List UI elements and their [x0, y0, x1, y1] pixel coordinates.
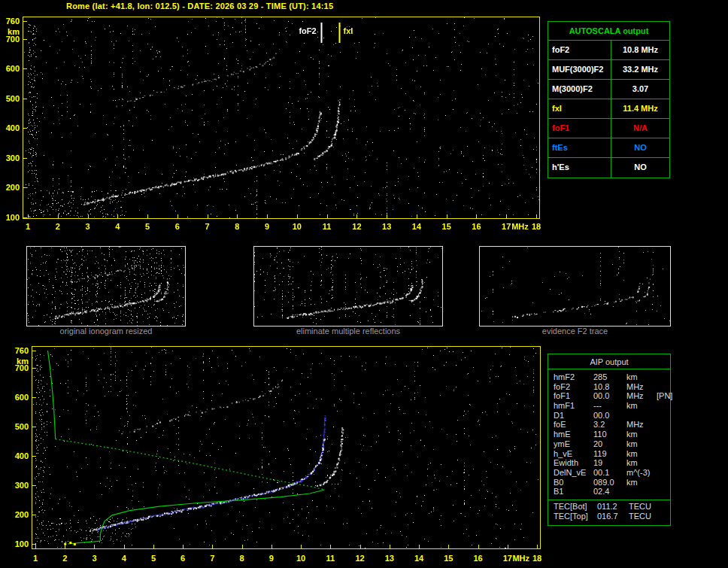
autoscala-window: Rome (lat: +41.8, lon: 012.5) - DATE: 20…	[0, 0, 728, 568]
aip-param-value: 089.0	[593, 478, 626, 488]
aip-param-value: 285	[593, 372, 626, 382]
aip-row: hmF2285km	[554, 372, 669, 382]
x-tick-label: 9	[263, 554, 280, 563]
aip-panel: AIP output hmF2285kmfoF210.8MHzfoF100.0M…	[548, 354, 671, 526]
aip-param-extra	[657, 401, 669, 411]
autoscala-row: foF2 10.8 MHz	[548, 41, 669, 60]
y-tick-label: 100	[0, 213, 20, 222]
aip-row: hmE110km	[554, 430, 669, 439]
station-date-title: Rome (lat: +41.8, lon: 012.5) - DATE: 20…	[66, 2, 333, 11]
thumb-canvas-1	[254, 247, 442, 326]
aip-row: hmF1---km	[554, 401, 669, 411]
aip-param-unit: km	[626, 439, 657, 449]
aip-tec-row: TEC[Bot]011.2TECU	[554, 502, 669, 512]
aip-row: DelN_vE00.1m^(-3)	[554, 468, 669, 478]
aip-param-unit	[626, 411, 657, 421]
aip-param-unit: km	[626, 372, 657, 382]
x-tick-label: 10	[293, 554, 309, 563]
autoscala-param-label: MUF(3000)F2	[548, 60, 611, 79]
y-axis-unit-label: km	[9, 357, 29, 366]
x-tick-label: 1	[27, 554, 44, 563]
aip-tec-row: TEC[Top]016.7TECU	[554, 512, 669, 521]
aip-param-unit: km	[626, 449, 657, 459]
profile-ionogram-plot: 123456789101112131415161718MHz1002003004…	[32, 346, 541, 549]
aip-param-extra	[657, 458, 669, 468]
aip-param-name: B0	[554, 478, 593, 488]
aip-param-value: 20	[593, 439, 626, 449]
x-tick-label: 15	[440, 554, 457, 563]
y-tick-label: 500	[9, 422, 29, 431]
aip-param-unit: TECU	[629, 512, 669, 521]
x-tick-label: 5	[139, 222, 156, 231]
aip-param-name: foF2	[554, 382, 593, 392]
aip-row: h_vE119km	[554, 449, 669, 459]
aip-param-value: 011.2	[597, 502, 629, 512]
aip-param-extra	[657, 430, 669, 439]
autoscala-row: fxI 11.4 MHz	[548, 99, 669, 119]
y-tick-label: 200	[0, 183, 20, 192]
aip-param-unit: km	[626, 430, 657, 439]
autoscala-param-value: 3.07	[611, 80, 669, 99]
aip-param-value: 02.4	[593, 487, 626, 497]
aip-param-name: hmE	[554, 430, 593, 439]
aip-param-value: 19	[593, 458, 626, 468]
thumbnail-original-ionogram	[26, 246, 186, 327]
aip-row: B102.4	[554, 487, 669, 497]
aip-param-name: B1	[554, 487, 593, 497]
x-tick-label: 7	[204, 554, 220, 563]
aip-param-unit: MHz	[626, 420, 657, 430]
x-axis-unit-label: MHz	[511, 222, 528, 231]
x-tick-label: 18	[528, 222, 544, 231]
profile-ionogram-canvas	[32, 346, 541, 549]
autoscala-param-label: foF2	[548, 41, 611, 59]
autoscala-param-value: NO	[611, 158, 669, 178]
aip-param-name: DelN_vE	[554, 468, 593, 478]
x-tick-label: 16	[468, 222, 484, 231]
autoscala-param-value: 33.2 MHz	[611, 60, 669, 79]
autoscala-param-label: ftEs	[548, 138, 611, 157]
y-tick-label: 400	[9, 451, 29, 460]
x-tick-label: 11	[319, 222, 335, 231]
y-tick-label: 100	[9, 539, 29, 548]
aip-param-unit: TECU	[629, 502, 669, 512]
aip-row: foE3.2MHz	[554, 420, 669, 430]
aip-param-name: hmF1	[554, 401, 593, 411]
x-tick-label: 15	[438, 222, 455, 231]
aip-row: foF210.8MHz	[554, 382, 669, 392]
x-tick-label: 13	[378, 222, 395, 231]
aip-param-name: TEC[Bot]	[554, 502, 597, 512]
thumbnail-caption-evidence: evidence F2 trace	[479, 327, 671, 336]
autoscala-param-value: 11.4 MHz	[611, 99, 669, 118]
y-tick-label: 300	[0, 153, 20, 163]
x-tick-label: 8	[229, 222, 245, 231]
autoscala-panel: AUTOSCALA output foF2 10.8 MHz MUF(3000)…	[548, 21, 670, 178]
y-tick-label: 200	[9, 510, 29, 519]
aip-param-value: 10.8	[593, 382, 626, 392]
fxi-marker-label: fxI	[344, 26, 353, 35]
aip-param-value: ---	[593, 401, 626, 411]
y-tick-label: 400	[0, 123, 20, 132]
aip-row: B0089.0km	[554, 478, 669, 488]
x-tick-label: 7	[199, 222, 216, 231]
autoscala-param-label: foF1	[548, 119, 611, 138]
aip-param-extra	[657, 478, 669, 488]
x-tick-label: 3	[80, 222, 96, 231]
x-tick-label: 1	[20, 222, 36, 231]
y-axis-unit-label: km	[0, 27, 20, 36]
y-tick-label: 600	[9, 393, 29, 402]
x-axis-unit-label: MHz	[512, 554, 529, 563]
aip-param-name: D1	[554, 411, 593, 421]
autoscala-row: MUF(3000)F2 33.2 MHz	[548, 60, 669, 80]
aip-param-extra	[657, 382, 669, 392]
aip-param-name: foE	[554, 420, 593, 430]
autoscala-panel-title: AUTOSCALA output	[548, 22, 669, 41]
aip-param-unit: km	[626, 458, 657, 468]
fof2-marker-label: foF2	[293, 26, 317, 35]
aip-param-value: 3.2	[593, 420, 626, 430]
aip-row: ymE20km	[554, 439, 669, 449]
autoscala-row: M(3000)F2 3.07	[548, 80, 669, 99]
aip-param-value: 016.7	[597, 512, 629, 521]
aip-row: D100.0	[554, 411, 669, 421]
y-tick-label: 760	[9, 346, 29, 355]
aip-param-unit	[626, 487, 657, 497]
